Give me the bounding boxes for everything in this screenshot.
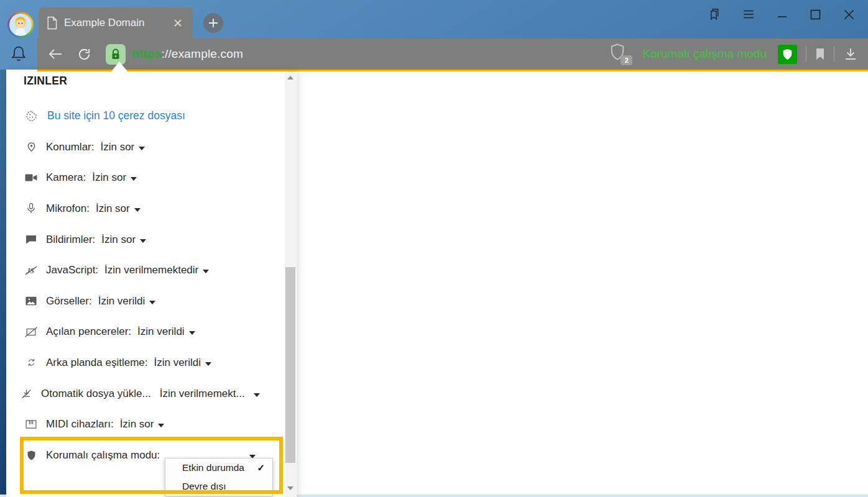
- toolbar-separator: [806, 46, 806, 62]
- permission-label: Mikrofon:: [46, 203, 90, 215]
- permission-row: Kamera: İzin sor: [6, 163, 285, 194]
- permission-row: Otomatik dosya yükle... İzin verilmemekt…: [6, 378, 285, 409]
- permission-row: Bildirimler: İzin sor: [6, 224, 285, 255]
- dropdown-option[interactable]: Devre dışı: [165, 477, 272, 496]
- maximize-icon[interactable]: [809, 7, 822, 22]
- permission-row: Arka planda eşitleme: İzin verildi: [6, 347, 285, 378]
- scroll-up-icon[interactable]: [285, 73, 296, 83]
- cookie-icon: [24, 109, 39, 122]
- profile-avatar-image: [9, 14, 32, 36]
- permission-row: MIDI cihazları: İzin sor: [6, 409, 285, 440]
- permission-value[interactable]: İzin sor: [96, 203, 130, 215]
- chevron-down-icon[interactable]: [158, 424, 164, 427]
- permission-value[interactable]: İzin sor: [101, 234, 136, 246]
- permission-label: MIDI cihazları:: [46, 418, 114, 431]
- toolbar-right-group: 2 Korumalı çalışma modu: [609, 43, 858, 65]
- permission-label: JavaScript:: [46, 264, 98, 276]
- panel-header: IZINLER: [24, 75, 67, 88]
- permission-row: Görseller: İzin verildi: [6, 286, 285, 317]
- favicon-document-icon: [46, 16, 58, 30]
- permission-label: Otomatik dosya yükle...: [41, 388, 151, 400]
- permission-value[interactable]: İzin verildi: [98, 295, 145, 308]
- menu-icon[interactable]: [742, 7, 755, 22]
- chevron-down-icon[interactable]: [140, 239, 146, 243]
- permission-label: Konumlar:: [46, 141, 94, 153]
- permission-row: Mikrofon: İzin sor: [6, 193, 285, 224]
- scrollbar-thumb[interactable]: [285, 267, 295, 463]
- chevron-down-icon[interactable]: [189, 331, 195, 335]
- panel-callout-arrow: [111, 62, 127, 71]
- panel-scrollbar[interactable]: [285, 71, 296, 497]
- window-left-edge: [0, 70, 6, 497]
- dropdown-option-label: Etkin durumda: [182, 462, 244, 473]
- chevron-down-icon[interactable]: [205, 362, 211, 366]
- collections-icon[interactable]: [708, 7, 721, 22]
- camera-icon: [24, 173, 39, 182]
- site-permissions-panel: IZINLER Bu site için 10 çerez dosyası Ko…: [6, 71, 297, 497]
- permissions-list: Konumlar: İzin sor Kamera: İzin sor Mikr…: [6, 132, 285, 471]
- microphone-icon: [24, 203, 39, 214]
- minimize-icon[interactable]: [775, 7, 788, 22]
- dropdown-option-label: Devre dışı: [182, 481, 226, 492]
- browser-tab[interactable]: Example Domain ✕: [39, 7, 193, 39]
- javascript-icon: JS: [24, 265, 39, 276]
- profile-avatar[interactable]: [7, 12, 34, 38]
- dropdown-option[interactable]: Etkin durumda✓: [165, 458, 272, 477]
- address-url[interactable]: https://example.com: [132, 47, 243, 61]
- url-scheme: https: [132, 47, 161, 60]
- refresh-icon[interactable]: [73, 43, 95, 65]
- permission-row: Konumlar: İzin sor: [6, 132, 285, 163]
- permission-value[interactable]: İzin verildi: [137, 326, 185, 338]
- permission-value[interactable]: İzin sor: [100, 141, 134, 153]
- protection-shield-icon[interactable]: [778, 45, 797, 64]
- address-toolbar: https://example.com 2 Korumalı çalışma m…: [37, 39, 868, 70]
- permission-label: Arka planda eşitleme:: [46, 357, 147, 369]
- popups-icon: [24, 327, 39, 337]
- tab-title: Example Domain: [64, 17, 170, 29]
- notifications-icon: [24, 235, 39, 244]
- check-icon: ✓: [257, 462, 265, 473]
- cookie-link-row[interactable]: Bu site için 10 çerez dosyası: [24, 106, 185, 125]
- close-icon[interactable]: [843, 7, 856, 22]
- background-sync-icon: [24, 358, 39, 367]
- chevron-down-icon[interactable]: [139, 147, 145, 150]
- chevron-down-icon[interactable]: [149, 301, 155, 304]
- chevron-down-icon[interactable]: [134, 208, 141, 212]
- permission-label: Açılan pencereler:: [46, 326, 131, 338]
- permission-label: Bildirimler:: [46, 234, 95, 246]
- chevron-down-icon[interactable]: [254, 393, 260, 397]
- new-tab-icon[interactable]: [203, 13, 223, 33]
- cookie-link[interactable]: Bu site için 10 çerez dosyası: [47, 109, 185, 122]
- toolbar-separator: [834, 46, 834, 62]
- chevron-down-icon[interactable]: [131, 177, 137, 181]
- protected-mode-dropdown: Etkin durumda✓Devre dışı: [165, 458, 273, 496]
- location-icon: [24, 141, 39, 153]
- titlebar: Example Domain ✕: [0, 0, 868, 39]
- protected-mode-icon: [24, 450, 39, 461]
- permission-label: Korumalı çalışma modu:: [46, 449, 160, 462]
- permission-value[interactable]: İzin sor: [92, 171, 126, 184]
- notification-bell-button[interactable]: [0, 39, 37, 70]
- permission-row: JS JavaScript: İzin verilmemektedir: [6, 255, 285, 286]
- auto-download-icon: [19, 388, 34, 399]
- permission-value[interactable]: İzin verilmemekt...: [160, 388, 245, 400]
- permission-value[interactable]: İzin verilmemektedir: [104, 264, 198, 276]
- download-icon[interactable]: [843, 47, 858, 62]
- permission-row: Açılan pencereler: İzin verildi: [6, 317, 285, 348]
- permission-value[interactable]: İzin verildi: [154, 357, 201, 369]
- permission-label: Görseller:: [46, 295, 92, 308]
- tracker-count-badge: 2: [621, 55, 632, 65]
- tab-close-icon[interactable]: ✕: [170, 16, 185, 30]
- webpage-content: [297, 71, 868, 495]
- scroll-down-icon[interactable]: [285, 483, 296, 493]
- tracker-shield-icon[interactable]: 2: [609, 43, 631, 65]
- back-icon[interactable]: [45, 43, 66, 65]
- chevron-down-icon[interactable]: [203, 270, 209, 273]
- permission-value[interactable]: İzin sor: [120, 418, 154, 431]
- bookmark-icon[interactable]: [815, 48, 825, 60]
- window-controls: [708, 7, 856, 22]
- permission-label: Kamera:: [46, 171, 86, 184]
- url-rest: ://example.com: [161, 47, 243, 60]
- protection-mode-label[interactable]: Korumalı çalışma modu: [642, 47, 767, 61]
- midi-icon: [24, 420, 39, 429]
